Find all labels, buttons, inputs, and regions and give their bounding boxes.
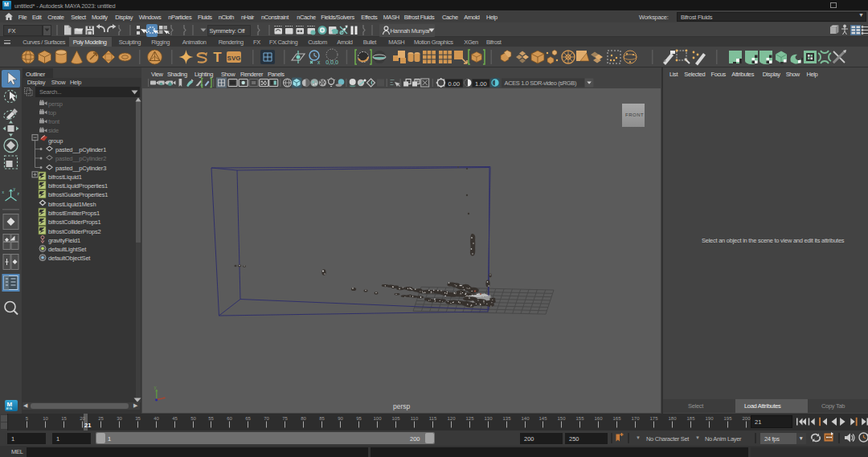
svg-text:15: 15	[61, 416, 67, 421]
svg-text:20: 20	[80, 416, 85, 421]
svg-text:21: 21	[84, 422, 91, 429]
svg-text:190: 190	[705, 416, 714, 421]
svg-text:defaultObjectSet: defaultObjectSet	[48, 255, 91, 262]
svg-text:pasted__pCylinder2: pasted__pCylinder2	[55, 155, 106, 162]
svg-text:bifrostLiquidProperties1: bifrostLiquidProperties1	[48, 182, 108, 190]
svg-text:x: x	[317, 59, 321, 65]
svg-text:bifrostGuideProperties1: bifrostGuideProperties1	[48, 191, 108, 198]
svg-text:85: 85	[319, 416, 325, 421]
svg-text:75: 75	[282, 416, 288, 421]
svg-text:defaultLightSet: defaultLightSet	[48, 246, 87, 253]
svg-text:pasted__pCylinder3: pasted__pCylinder3	[55, 165, 106, 172]
svg-text:group: group	[48, 137, 63, 145]
svg-text:165: 165	[612, 416, 621, 421]
svg-text:10: 10	[43, 416, 48, 421]
svg-text:105: 105	[391, 416, 400, 421]
svg-text:x: x	[2, 190, 5, 194]
svg-text:1.00: 1.00	[475, 80, 487, 88]
svg-text:150: 150	[557, 416, 566, 421]
svg-text:front: front	[48, 118, 60, 125]
svg-text:0.00: 0.00	[448, 80, 461, 88]
svg-text:115: 115	[429, 416, 437, 421]
svg-text:bifrostLiquid1: bifrostLiquid1	[48, 173, 82, 181]
svg-text:30: 30	[117, 416, 122, 421]
svg-text:bifrostEmitterProps1: bifrostEmitterProps1	[48, 210, 100, 217]
svg-text:35: 35	[135, 416, 141, 421]
svg-text:persp: persp	[48, 100, 63, 108]
svg-text:pasted__pCylinder1: pasted__pCylinder1	[55, 146, 106, 153]
svg-text:ACES 1.0 SDR-video (sRGB): ACES 1.0 SDR-video (sRGB)	[505, 80, 577, 87]
svg-text:gravityField1: gravityField1	[48, 237, 80, 244]
svg-text:bifrostLiquid1Mesh: bifrostLiquid1Mesh	[48, 201, 96, 208]
svg-text:40: 40	[154, 416, 159, 421]
svg-text:y: y	[14, 186, 16, 191]
svg-text:persp: persp	[393, 402, 411, 410]
svg-text:bifrostColliderProps1: bifrostColliderProps1	[48, 218, 100, 226]
svg-text:160: 160	[594, 416, 603, 421]
svg-text:bifrostColliderProps2: bifrostColliderProps2	[48, 228, 100, 235]
svg-text:65: 65	[245, 416, 251, 421]
svg-text:170: 170	[631, 416, 640, 421]
svg-text:0,0,0: 0,0,0	[326, 59, 338, 65]
svg-text:50: 50	[190, 416, 196, 421]
svg-text:70: 70	[264, 416, 269, 421]
svg-text:200: 200	[742, 416, 751, 421]
svg-text:55: 55	[208, 416, 214, 421]
svg-text:145: 145	[538, 416, 547, 421]
svg-text:T: T	[213, 50, 222, 65]
svg-text:side: side	[48, 127, 59, 134]
svg-text:z: z	[18, 191, 20, 196]
svg-text:195: 195	[723, 416, 732, 421]
svg-text:185: 185	[686, 416, 695, 421]
svg-text:SVG: SVG	[227, 55, 241, 62]
svg-text:45: 45	[172, 416, 178, 421]
svg-text:95: 95	[356, 416, 362, 421]
svg-text:90: 90	[338, 416, 343, 421]
svg-text:175: 175	[649, 416, 658, 421]
svg-text:110: 110	[411, 416, 419, 421]
svg-text:80: 80	[301, 416, 306, 421]
svg-text:180: 180	[668, 416, 677, 421]
svg-text:155: 155	[575, 416, 584, 421]
svg-text:130: 130	[484, 416, 493, 421]
svg-text:125: 125	[465, 416, 474, 421]
svg-text:60: 60	[227, 416, 232, 421]
svg-text:25: 25	[98, 416, 104, 421]
svg-text:y: y	[154, 385, 157, 390]
svg-text:top: top	[48, 109, 56, 116]
svg-text:5: 5	[26, 416, 29, 421]
svg-text:140: 140	[521, 416, 530, 421]
svg-text:135: 135	[502, 416, 511, 421]
svg-text:120: 120	[447, 416, 456, 421]
svg-text:100: 100	[373, 416, 382, 421]
